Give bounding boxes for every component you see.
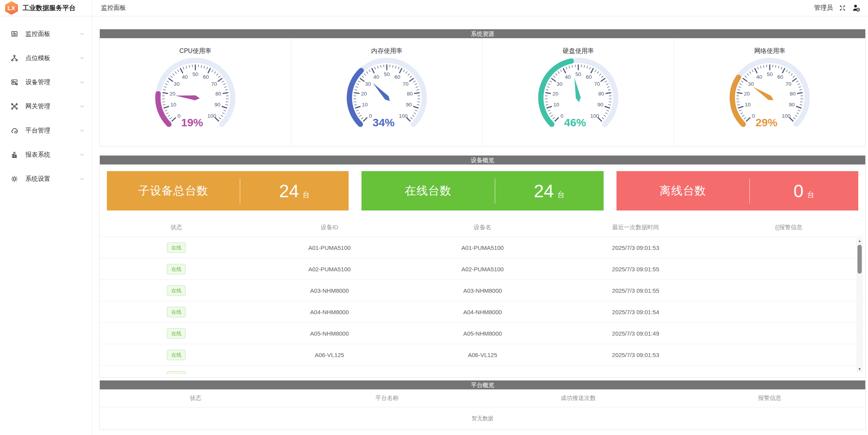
section-title-bar: 设备概览 (100, 156, 865, 164)
scrollbar-up-button[interactable]: ▲ (856, 238, 863, 244)
status-badge: 在线 (167, 371, 186, 375)
gauge-tick-label: 10 (745, 102, 751, 108)
gauge-tick-label: 50 (192, 71, 198, 77)
section-title-bar: 系统资源 (100, 29, 865, 38)
stat-card-value: 24台 (240, 180, 349, 202)
chevron-down-icon (80, 32, 84, 35)
sidebar-item-label: 监控面板 (25, 30, 50, 38)
sidebar-item-report-chart[interactable]: 报表系统 (0, 143, 92, 167)
gauge-tick-label: 90 (406, 102, 412, 108)
device-id-cell: A01-PUMA5100 (253, 244, 406, 251)
topbar-right: 管理员 (814, 4, 868, 12)
last-data-time-cell: 2025/7/3 09:01:55 (559, 266, 712, 272)
sidebar-item-label: 点位模板 (25, 54, 50, 62)
sidebar-item-nodes[interactable]: 点位模板 (0, 46, 92, 70)
device-table-scroll-area: 在线 A01-PUMA5100 A01-PUMA5100 2025/7/3 09… (100, 237, 865, 374)
scrollbar-down-button[interactable]: ▼ (856, 366, 863, 372)
last-data-time-cell: 2025/7/3 09:01:53 (559, 352, 712, 358)
device-table-header: 状态设备ID设备名最近一次数据时间{{报警信息 (100, 218, 865, 237)
last-data-time-cell: 2025/7/3 09:01:54 (559, 309, 712, 315)
gauge-panel: 内存使用率 010203040506070809010034% (291, 38, 483, 146)
status-badge: 在线 (167, 242, 186, 253)
sidebar-item-label: 网关管理 (25, 103, 50, 111)
gauge-chart: 010203040506070809010034% (340, 55, 434, 140)
gauge-tick-label: 80 (598, 91, 604, 97)
last-data-time-cell: 2025/7/3 09:01:49 (559, 330, 712, 337)
stat-card-label: 在线台数 (361, 183, 494, 199)
status-badge: 在线 (167, 328, 186, 339)
stat-card: 子设备总台数 24台 (107, 171, 349, 210)
device-name-cell: A06-VL125 (406, 352, 559, 358)
vertical-scrollbar[interactable]: ▲ ▼ (856, 238, 863, 373)
gauge-tick-label: 80 (215, 91, 221, 97)
stat-card-unit: 台 (303, 191, 310, 199)
gauge-title: 硬盘使用率 (563, 47, 594, 55)
gauge-needle (175, 95, 200, 101)
current-user-label[interactable]: 管理员 (814, 4, 833, 12)
sidebar-item-platform-cloud[interactable]: 平台管理 (0, 118, 92, 143)
gauge-tick-label: 30 (556, 81, 562, 87)
gauge-tick-label: 0 (752, 113, 755, 119)
gauge-tick-label: 60 (586, 74, 592, 80)
gauge-chart: 010203040506070809010029% (723, 55, 817, 140)
table-row: 在线 A01-PUMA5100 A01-PUMA5100 2025/7/3 09… (100, 237, 865, 258)
main-area: 系统资源 CPU使用率 010203040506070809010019% 内存… (92, 16, 868, 435)
platform-table-header: 状态平台名称成功推送次数报警信息 (100, 389, 865, 407)
gauge-tick-label: 70 (403, 81, 409, 87)
gauge-value: 19% (181, 116, 203, 129)
sidebar-item-label: 设备管理 (25, 78, 50, 87)
gauge-tick-label: 10 (170, 102, 176, 108)
stat-card-unit: 台 (557, 191, 565, 199)
gauge-needle (574, 78, 581, 103)
gauge-tick-label: 20 (170, 91, 175, 97)
scrollbar-thumb[interactable] (857, 245, 862, 274)
gauge-tick-label: 70 (786, 81, 792, 87)
sidebar-item-monitor[interactable]: 监控面板 (0, 22, 92, 46)
device-id-cell: A05-NHM8000 (253, 330, 406, 337)
system-resources-section: 系统资源 CPU使用率 010203040506070809010019% 内存… (99, 29, 866, 147)
gauge-tick-label: 80 (407, 91, 413, 97)
sidebar-item-settings-gear[interactable]: 系统设置 (0, 167, 92, 191)
device-column-header: 设备ID (253, 224, 406, 231)
device-column-header: 最近一次数据时间 (559, 224, 712, 231)
gauge-tick-label: 50 (767, 71, 772, 77)
gauge-tick-label: 40 (756, 74, 762, 80)
gauge-tick-label: 70 (211, 81, 217, 87)
sidebar-item-device[interactable]: 设备管理 (0, 70, 92, 94)
user-avatar-icon[interactable] (852, 4, 860, 12)
status-badge: 在线 (167, 350, 186, 360)
sidebar-item-gateway[interactable]: 网关管理 (0, 94, 92, 118)
gauge-tick-label: 50 (384, 71, 390, 77)
device-name-cell: A02-PUMA5100 (406, 266, 559, 272)
stat-card-value: 24台 (495, 180, 604, 202)
stat-card-number: 0 (794, 181, 804, 201)
gauge-tick-label: 100 (207, 113, 216, 119)
device-id-cell: A06-VL125 (253, 352, 406, 358)
monitor-icon (11, 30, 18, 38)
app-root: LX 工业数据服务平台 监控面板 管理员 (0, 0, 868, 435)
sidebar-item-label: 平台管理 (25, 127, 50, 135)
report-chart-icon (11, 151, 18, 159)
gauge-tick-label: 40 (373, 74, 379, 80)
fullscreen-icon[interactable] (839, 4, 846, 12)
chevron-down-icon (80, 57, 84, 60)
table-row: 在线 A06-VL125 A06-VL125 2025/7/3 09:01:53 (100, 344, 865, 366)
gauge-tick-label: 20 (744, 91, 750, 97)
chevron-down-icon (80, 129, 84, 132)
chevron-down-icon (80, 177, 84, 180)
gauge-tick-label: 100 (399, 113, 408, 119)
stat-card: 在线台数 24台 (361, 171, 603, 210)
device-id-cell: A03-NHM8000 (253, 287, 406, 294)
stat-card-label: 离线台数 (616, 183, 749, 199)
gauge-panel: 网络使用率 010203040506070809010029% (674, 38, 865, 146)
gauge-tick-label: 70 (594, 81, 600, 87)
gauge-tick-label: 0 (369, 113, 372, 119)
gauge-tick-label: 60 (203, 74, 209, 80)
gauge-tick-label: 90 (789, 102, 795, 108)
stat-card-label: 子设备总台数 (107, 183, 240, 199)
stat-card-number: 24 (279, 181, 299, 201)
topbar: LX 工业数据服务平台 监控面板 管理员 (0, 0, 868, 16)
stat-card-row: 子设备总台数 24台 在线台数 24台 离线台数 0台 (100, 164, 865, 210)
nodes-icon (11, 54, 18, 62)
device-name-cell: A05-NHM8000 (406, 330, 559, 337)
